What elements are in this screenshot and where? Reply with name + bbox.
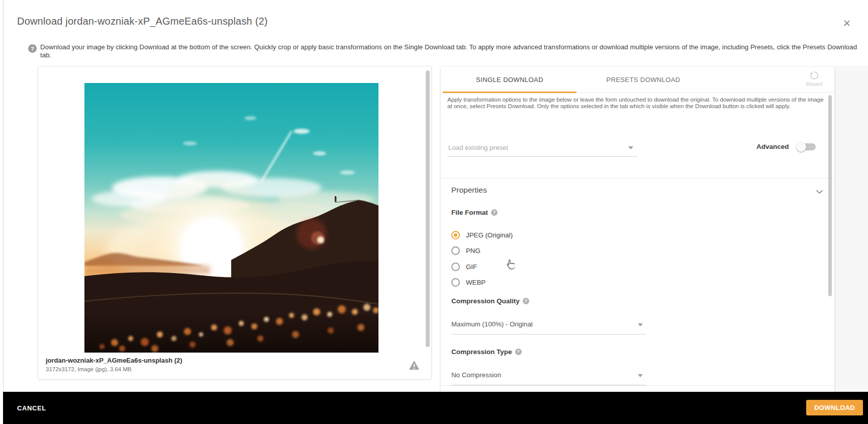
radio-png[interactable]: PNG xyxy=(451,245,480,256)
radio-jpeg[interactable]: JPEG (Original) xyxy=(451,229,513,240)
revert-label: Revert xyxy=(802,81,826,87)
caret-down-icon xyxy=(638,323,643,326)
page-title: Download jordan-wozniak-xP_AGmeEa6s-unsp… xyxy=(17,16,268,27)
radio-button-icon xyxy=(451,246,460,255)
question-icon: ? xyxy=(28,44,37,53)
preview-filename: jordan-wozniak-xP_AGmeEa6s-unsplash (2) xyxy=(46,357,182,364)
advanced-label: Advanced xyxy=(756,143,789,150)
caret-down-icon xyxy=(628,146,633,149)
download-dialog: Download jordan-wozniak-xP_AGmeEa6s-unsp… xyxy=(0,0,868,424)
revert-button[interactable]: Revert xyxy=(802,70,826,87)
compression-type-label: Compression Type? xyxy=(451,348,522,356)
cancel-button[interactable]: CANCEL xyxy=(17,392,46,424)
image-preview xyxy=(84,83,378,353)
compression-quality-label: Compression Quality? xyxy=(451,297,529,305)
help-text: Download your image by clicking Download… xyxy=(40,43,865,59)
single-download-tab-panel: Apply transformation options to the imag… xyxy=(441,93,834,392)
properties-section-header: Properties xyxy=(451,186,487,195)
file-format-label: File Format? xyxy=(451,209,498,216)
chevron-down-icon[interactable] xyxy=(816,190,823,194)
cursor-hand-icon xyxy=(506,260,515,270)
toggle-knob xyxy=(796,142,806,152)
radio-button-icon xyxy=(451,231,460,239)
advanced-toggle[interactable] xyxy=(798,143,816,150)
tab-label: PRESETS DOWNLOAD xyxy=(606,76,680,83)
help-icon: ? xyxy=(523,298,529,304)
load-preset-select[interactable]: Load existing preset xyxy=(447,140,637,157)
radio-button-icon xyxy=(451,278,460,287)
panel-scrollbar[interactable] xyxy=(828,95,832,296)
radio-button-icon xyxy=(451,263,460,271)
tab-presets-download[interactable]: PRESETS DOWNLOAD xyxy=(576,67,710,93)
compression-type-value: No Compression xyxy=(451,371,501,379)
download-options-panel: SINGLE DOWNLOAD PRESETS DOWNLOAD Revert … xyxy=(441,67,834,392)
right-gutter xyxy=(834,66,868,392)
radio-webp[interactable]: WEBP xyxy=(451,277,486,288)
caret-down-icon xyxy=(638,374,643,377)
warning-icon xyxy=(409,360,420,370)
help-icon: ? xyxy=(515,349,522,355)
section-divider xyxy=(441,385,834,386)
panel-description: Apply transformation options to the imag… xyxy=(447,96,829,109)
footer-bar: CANCEL DOWNLOAD xyxy=(3,392,868,424)
help-icon: ? xyxy=(491,209,498,216)
tab-label: SINGLE DOWNLOAD xyxy=(476,76,543,83)
preview-card: jordan-wozniak-xP_AGmeEa6s-unsplash (2) … xyxy=(38,66,432,380)
left-edge-divider xyxy=(3,0,4,424)
preview-metadata: 3172x3172, Image (jpg), 3.64 MB xyxy=(46,366,132,372)
tab-single-download[interactable]: SINGLE DOWNLOAD xyxy=(443,67,576,93)
section-divider xyxy=(441,178,834,179)
revert-icon xyxy=(809,70,819,80)
tab-bar: SINGLE DOWNLOAD PRESETS DOWNLOAD Revert xyxy=(441,67,834,93)
compression-quality-select[interactable]: Maximum (100%) - Original xyxy=(451,317,646,334)
close-icon[interactable]: ✕ xyxy=(840,17,853,30)
compression-quality-value: Maximum (100%) - Original xyxy=(451,320,533,328)
load-preset-placeholder: Load existing preset xyxy=(448,144,508,151)
preview-scrollbar[interactable] xyxy=(426,70,430,347)
radio-gif[interactable]: GIF xyxy=(451,261,477,272)
compression-type-select[interactable]: No Compression xyxy=(451,368,646,385)
download-button[interactable]: DOWNLOAD xyxy=(806,400,863,415)
